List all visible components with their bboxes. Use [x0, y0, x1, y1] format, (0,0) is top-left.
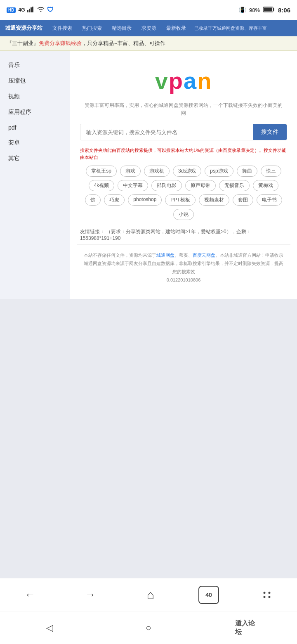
tag-3ds[interactable]: 3ds游戏 [173, 166, 201, 177]
sidebar-item-music[interactable]: 音乐 [0, 57, 70, 73]
nav-more-button[interactable] [255, 582, 279, 607]
footer-text3: 。本站非城通官方网站！申请收录 [215, 253, 283, 258]
svg-point-8 [264, 592, 266, 594]
tag-video-material[interactable]: 视频素材 [199, 194, 229, 206]
bottom-space [0, 299, 297, 547]
hd-badge: HD [7, 7, 16, 13]
tag-lossless-music[interactable]: 无损音乐 [219, 180, 250, 191]
nav-back-button[interactable]: ← [18, 582, 42, 607]
svg-point-9 [264, 596, 266, 598]
tag-psp[interactable]: psp游戏 [205, 166, 233, 177]
svg-rect-3 [32, 7, 33, 12]
sidebar-item-android[interactable]: 安卓 [0, 135, 70, 151]
nav-items: 文件搜索 热门搜索 精选目录 求资源 最新收录 已收录千万城通网盘资源、库存丰富 [47, 25, 270, 32]
footer-line2: 城通网盘资源均来源于网友分享且自建数据库，非抓取搜索引擎结果，并不定时删除失效资… [83, 260, 284, 276]
tag-shao-movie[interactable]: 邵氏电影 [151, 180, 182, 191]
nav-tabs-button[interactable]: 40 [198, 586, 219, 604]
tag-qiaohu[interactable]: 巧虎 [104, 194, 125, 206]
nav-home-button[interactable]: ⌂ [138, 582, 163, 607]
network-type: 4G [18, 7, 25, 13]
sidebar-item-pdf[interactable]: pdf [0, 120, 70, 135]
tag-huangmei[interactable]: 黄梅戏 [253, 180, 278, 191]
tag-dance[interactable]: 舞曲 [237, 166, 257, 177]
logo: vpan [155, 68, 212, 94]
footer-ctdisk-link[interactable]: 城通网盘 [156, 253, 174, 258]
sidebar: 音乐 压缩包 视频 应用程序 pdf 安卓 其它 [0, 51, 70, 299]
nav-hot-search[interactable]: 热门搜索 [77, 25, 107, 32]
svg-rect-2 [31, 7, 32, 12]
tag-ebook[interactable]: 电子书 [257, 194, 282, 206]
status-right: 📳 98% 8:06 [239, 7, 290, 14]
logo-area: vpan [77, 59, 290, 98]
shield-icon: 🛡 [47, 6, 54, 14]
search-button[interactable]: 搜文件 [253, 124, 287, 140]
ad-suffix: ，只分享精品~丰富、精品、可操作 [82, 40, 165, 46]
nav-request[interactable]: 求资源 [137, 25, 161, 32]
friendly-links: 友情链接： （要求：分享资源类网站，建站时间>1年，爱站权重>0），企鹅：155… [80, 228, 287, 241]
tag-cloud: 掌机王sp 游戏 游戏机 3ds游戏 psp游戏 舞曲 快三 4k视频 中文字幕… [80, 166, 287, 220]
sidebar-item-app[interactable]: 应用程序 [0, 104, 70, 120]
time-display: 8:06 [278, 7, 290, 14]
tag-buddha[interactable]: 佛 [85, 194, 101, 206]
search-input[interactable] [80, 124, 253, 140]
svg-rect-7 [264, 7, 272, 11]
svg-rect-6 [273, 8, 274, 11]
footer-baidu-link[interactable]: 百度云网盘 [193, 253, 215, 258]
forum-label[interactable]: 遁入论坛 [235, 619, 260, 637]
logo-n: n [197, 68, 212, 94]
sys-back-button[interactable]: ◁ [37, 616, 62, 640]
bottom-browser-nav: ← → ⌂ 40 [0, 578, 297, 611]
signal-icon [27, 7, 35, 14]
battery-percent: 98% [249, 7, 260, 13]
sys-forum-button[interactable]: 遁入论坛 [235, 616, 260, 640]
footer-text2: 、蓝奏、 [174, 253, 193, 258]
ad-banner: 『三十副业』免费分享赚钱经验，只分享精品~丰富、精品、可操作 [0, 36, 297, 51]
tag-palm-king[interactable]: 掌机王sp [86, 166, 117, 177]
vibrate-icon: 📳 [239, 7, 246, 13]
footer: 本站不存储任何文件，资源均来源于城通网盘、蓝奏、百度云网盘。本站非城通官方网站！… [77, 244, 290, 291]
site-name[interactable]: 城通资源分享站 [0, 24, 47, 32]
tag-game[interactable]: 游戏 [120, 166, 141, 177]
nav-extra-text: 已收录千万城通网盘资源、库存丰富 [191, 25, 270, 31]
tagline: 资源丰富可用率高，实用，省心的城通网盘资源搜索网站，一个下载链接不失效的小而美的… [83, 102, 284, 117]
wifi-icon [37, 7, 45, 14]
status-bar: HD 4G 🛡 📳 98% 8:06 [0, 0, 297, 20]
friendly-links-label: 友情链接： [80, 229, 105, 234]
logo-v: v [155, 68, 169, 94]
logo-p: p [169, 68, 184, 94]
sidebar-item-video[interactable]: 视频 [0, 89, 70, 104]
footer-line1: 本站不存储任何文件，资源均来源于城通网盘、蓝奏、百度云网盘。本站非城通官方网站！… [83, 251, 284, 260]
ad-prefix: 『三十副业』 [7, 40, 39, 46]
sys-home-button[interactable]: ○ [136, 616, 161, 640]
tag-photo-set[interactable]: 套图 [233, 194, 253, 206]
search-warning: 搜索文件夹功能由百度站内搜索提供，可以搜索本站大约1%的资源（由百度收录量决定）… [80, 147, 287, 161]
tabs-count-label: 40 [205, 592, 212, 598]
tag-4k[interactable]: 4k视频 [89, 180, 115, 191]
tag-quick-three[interactable]: 快三 [261, 166, 281, 177]
tag-novel[interactable]: 小说 [173, 209, 194, 220]
nav-latest[interactable]: 最新收录 [161, 25, 191, 32]
tag-subtitle[interactable]: 中文字幕 [118, 180, 148, 191]
system-nav: ◁ ○ 遁入论坛 [0, 611, 297, 644]
sidebar-item-archive[interactable]: 压缩包 [0, 73, 70, 89]
svg-point-11 [269, 596, 271, 598]
sidebar-item-other[interactable]: 其它 [0, 151, 70, 166]
nav-forward-button[interactable]: → [78, 582, 103, 607]
battery-icon [263, 7, 275, 14]
logo-a: a [184, 68, 197, 94]
tag-ppt[interactable]: PPT模板 [165, 194, 195, 206]
main-layout: 音乐 压缩包 视频 应用程序 pdf 安卓 其它 vpan 资源丰富可用率高，实… [0, 51, 297, 299]
tag-original-tape[interactable]: 原声母带 [185, 180, 216, 191]
ad-link[interactable]: 免费分享赚钱经验 [39, 40, 82, 46]
friendly-links-req: （要求：分享资源类网站，建站时间>1年，爱站权重>0），企鹅：1553988*1… [80, 229, 251, 241]
svg-rect-1 [29, 9, 30, 12]
content-area: vpan 资源丰富可用率高，实用，省心的城通网盘资源搜索网站，一个下载链接不失效… [70, 51, 297, 299]
search-area: 搜文件 [80, 124, 287, 140]
nav-bar: 城通资源分享站 文件搜索 热门搜索 精选目录 求资源 最新收录 已收录千万城通网… [0, 20, 297, 36]
tag-photoshop[interactable]: photoshop [128, 194, 162, 206]
svg-rect-0 [27, 10, 28, 12]
tag-game-machine[interactable]: 游戏机 [144, 166, 170, 177]
status-left: HD 4G 🛡 [7, 6, 54, 14]
nav-select-dir[interactable]: 精选目录 [107, 25, 137, 32]
nav-file-search[interactable]: 文件搜索 [47, 25, 77, 32]
